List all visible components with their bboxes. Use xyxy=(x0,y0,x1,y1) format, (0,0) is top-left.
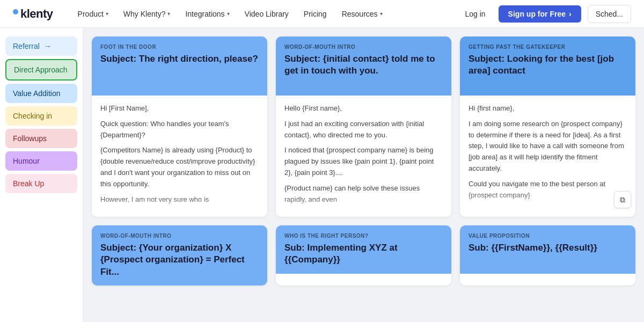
copy-button[interactable]: ⧉ xyxy=(614,191,631,208)
chevron-down-icon: ▾ xyxy=(380,11,383,17)
sidebar-item-label: Direct Approach xyxy=(14,65,68,74)
card-gatekeeper: GETTING PAST THE GATEKEEPER Subject: Loo… xyxy=(460,36,635,217)
cards-row-2: WORD-OF-MOUTH INTRO Subject: {Your organ… xyxy=(92,225,635,285)
logo-dot xyxy=(13,9,18,14)
card-body: Hi [First Name], Quick question: Who han… xyxy=(92,96,267,217)
card-title: Subject: The right direction, please? xyxy=(100,53,259,65)
sidebar-item-checking[interactable]: Checking in xyxy=(5,106,77,126)
card-tag: WORD-OF-MOUTH INTRO xyxy=(284,44,443,50)
sidebar-item-direct-approach[interactable]: Direct Approach xyxy=(5,59,77,80)
card-title: Sub: Implementing XYZ at {{Company}} xyxy=(284,242,443,266)
nav-right: Log in Sign up for Free › Sched... xyxy=(458,5,631,23)
card-word-of-mouth: WORD-OF-MOUTH INTRO Subject: {initial co… xyxy=(276,36,451,217)
sidebar-item-label: Referral xyxy=(13,42,40,50)
chevron-down-icon: ▾ xyxy=(227,11,230,17)
nav-items: Product ▾ Why Klenty? ▾ Integrations ▾ V… xyxy=(70,0,459,28)
card-tag: VALUE PROPOSITION xyxy=(469,233,627,239)
nav-video-library[interactable]: Video Library xyxy=(237,0,296,28)
nav-resources[interactable]: Resources ▾ xyxy=(334,0,390,28)
arrow-right-icon: › xyxy=(569,10,572,18)
card-body: Hello {First name}, I just had an exciti… xyxy=(276,96,451,217)
card-body: Hi {first name}, I am doing some researc… xyxy=(460,96,635,213)
nav-why-klenty[interactable]: Why Klenty? ▾ xyxy=(116,0,178,28)
copy-icon: ⧉ xyxy=(620,194,625,206)
chevron-down-icon: ▾ xyxy=(106,11,108,17)
cards-row-1: FOOT IN THE DOOR Subject: The right dire… xyxy=(92,36,635,217)
card-tag: GETTING PAST THE GATEKEEPER xyxy=(469,44,627,50)
nav-integrations[interactable]: Integrations ▾ xyxy=(178,0,237,28)
sidebar-item-value-addition[interactable]: Value Addition xyxy=(5,84,77,103)
sidebar-item-label: Value Addition xyxy=(13,89,60,98)
chevron-down-icon: ▾ xyxy=(167,11,170,17)
card-word-of-mouth-2: WORD-OF-MOUTH INTRO Subject: {Your organ… xyxy=(92,225,267,285)
sidebar-item-referral[interactable]: Referral → xyxy=(5,36,77,56)
sidebar-item-label: Followups xyxy=(13,134,47,143)
sidebar-item-humour[interactable]: Humour xyxy=(5,151,77,171)
logo[interactable]: klenty xyxy=(13,7,53,21)
card-header: GETTING PAST THE GATEKEEPER Subject: Loo… xyxy=(460,36,635,96)
sidebar-item-label: Break Up xyxy=(13,179,44,188)
card-foot-in-door: FOOT IN THE DOOR Subject: The right dire… xyxy=(92,36,267,217)
card-header: VALUE PROPOSITION Sub: {{FirstName}}, {{… xyxy=(460,225,635,274)
card-header: FOOT IN THE DOOR Subject: The right dire… xyxy=(92,36,267,96)
page-wrapper: Referral → Direct Approach Value Additio… xyxy=(0,28,644,322)
schedule-button[interactable]: Sched... xyxy=(588,5,631,23)
card-tag: WHO IS THE RIGHT PERSON? xyxy=(284,233,443,239)
sidebar: Referral → Direct Approach Value Additio… xyxy=(0,28,83,322)
login-button[interactable]: Log in xyxy=(458,6,492,21)
arrow-right-icon: → xyxy=(44,42,52,50)
card-right-person: WHO IS THE RIGHT PERSON? Sub: Implementi… xyxy=(276,225,451,285)
card-tag: FOOT IN THE DOOR xyxy=(100,44,259,50)
card-header: WORD-OF-MOUTH INTRO Subject: {initial co… xyxy=(276,36,451,96)
logo-text: klenty xyxy=(20,7,53,21)
sidebar-item-label: Checking in xyxy=(13,112,52,120)
sidebar-item-breakup[interactable]: Break Up xyxy=(5,174,77,193)
card-title: Subject: Looking for the best [job area]… xyxy=(469,53,627,77)
card-title: Sub: {{FirstName}}, {{Result}} xyxy=(469,242,627,254)
nav-product[interactable]: Product ▾ xyxy=(70,0,116,28)
main-content: FOOT IN THE DOOR Subject: The right dire… xyxy=(83,28,644,322)
card-tag: WORD-OF-MOUTH INTRO xyxy=(100,233,259,239)
sidebar-item-followups[interactable]: Followups xyxy=(5,129,77,148)
card-title: Subject: {initial contact} told me to ge… xyxy=(284,53,443,77)
nav-pricing[interactable]: Pricing xyxy=(296,0,334,28)
signup-button[interactable]: Sign up for Free › xyxy=(499,5,581,23)
sidebar-item-label: Humour xyxy=(13,157,40,165)
navbar: klenty Product ▾ Why Klenty? ▾ Integrati… xyxy=(0,0,644,28)
card-title: Subject: {Your organization} X {Prospect… xyxy=(100,242,259,277)
card-header: WHO IS THE RIGHT PERSON? Sub: Implementi… xyxy=(276,225,451,274)
card-header: WORD-OF-MOUTH INTRO Subject: {Your organ… xyxy=(92,225,267,285)
card-value-proposition: VALUE PROPOSITION Sub: {{FirstName}}, {{… xyxy=(460,225,635,285)
